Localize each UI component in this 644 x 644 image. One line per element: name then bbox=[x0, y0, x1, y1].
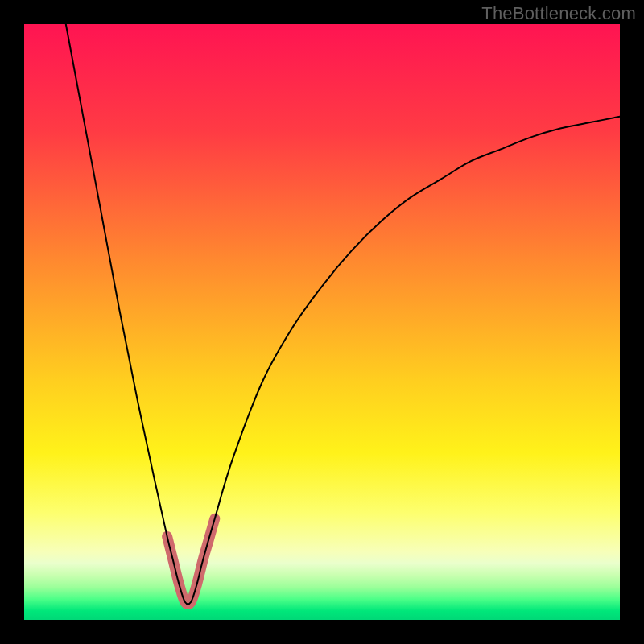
chart-background bbox=[24, 24, 620, 620]
bottleneck-chart bbox=[24, 24, 620, 620]
watermark-text: TheBottleneck.com bbox=[481, 3, 636, 24]
chart-frame: TheBottleneck.com bbox=[0, 0, 644, 644]
